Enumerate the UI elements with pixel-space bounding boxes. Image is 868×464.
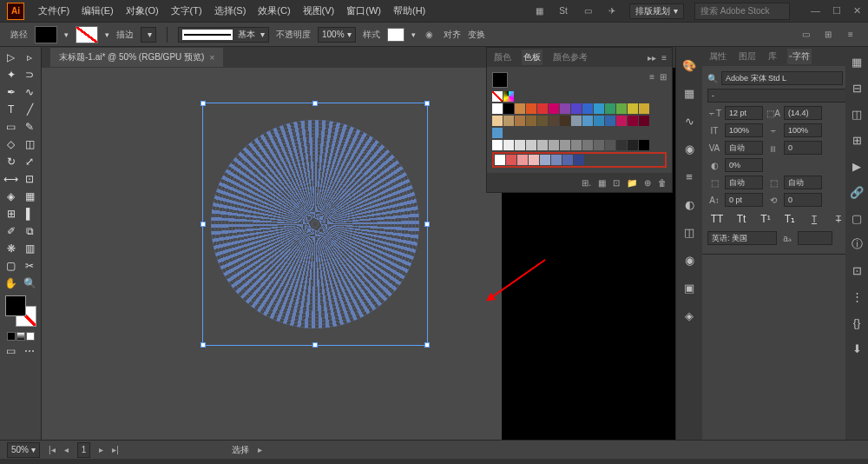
swatch[interactable]	[551, 155, 562, 165]
allcaps-button[interactable]: TT	[707, 210, 727, 228]
menu-edit[interactable]: 编辑(E)	[76, 3, 119, 19]
tab-layers[interactable]: 图层	[737, 49, 758, 64]
rotate-tool[interactable]: ↻	[2, 153, 21, 170]
menu-select[interactable]: 选择(S)	[209, 3, 252, 19]
perspective-tool[interactable]: ▦	[21, 188, 40, 205]
selection-tool[interactable]: ▷	[2, 49, 21, 66]
swatch[interactable]	[529, 155, 539, 165]
shaper-tool[interactable]: ◇	[2, 136, 21, 153]
tab-character[interactable]: ◦字符	[787, 49, 812, 64]
swatch[interactable]	[515, 116, 525, 126]
brushes-panel-icon[interactable]: ∿	[681, 113, 697, 129]
leading-input[interactable]	[784, 106, 822, 120]
transform-label[interactable]: 变换	[468, 29, 485, 41]
current-swatch[interactable]	[492, 72, 508, 88]
layers-panel-icon[interactable]: ◈	[681, 308, 697, 323]
swatch[interactable]	[537, 116, 548, 126]
status-menu-icon[interactable]: ▸	[258, 445, 262, 454]
swatch[interactable]	[571, 140, 582, 150]
swatch[interactable]	[540, 155, 550, 165]
spiral-artwork[interactable]	[211, 120, 419, 328]
fill-stroke-control[interactable]	[5, 295, 36, 327]
opacity-dropdown[interactable]: 100%▾	[318, 27, 356, 43]
hscale-input[interactable]	[784, 123, 822, 137]
navigator-icon[interactable]: ⊡	[849, 262, 865, 278]
swatch[interactable]	[594, 103, 604, 114]
auto-input2[interactable]	[784, 176, 822, 189]
menu-window[interactable]: 窗口(W)	[341, 3, 386, 19]
swatch[interactable]	[582, 140, 593, 150]
info-icon[interactable]: ⓘ	[849, 236, 865, 252]
artboards-icon[interactable]: ▢	[849, 210, 865, 226]
selection-bounds[interactable]	[202, 103, 428, 346]
smallcaps-button[interactable]: Tt	[732, 210, 751, 228]
prev-artboard-icon[interactable]: |◂	[49, 445, 56, 454]
delete-swatch-icon[interactable]: 🗑	[658, 178, 667, 188]
superscript-button[interactable]: T¹	[756, 210, 775, 228]
transparency-panel-icon[interactable]: ◫	[681, 224, 697, 240]
vscale-input[interactable]	[725, 123, 763, 137]
minimize-button[interactable]: —	[811, 5, 820, 17]
handle-bm[interactable]	[312, 342, 318, 348]
collapse-icon[interactable]: ▸▸	[648, 53, 656, 63]
tab-swatches[interactable]: 色板	[522, 50, 542, 65]
menu-effect[interactable]: 效果(C)	[253, 3, 295, 19]
layout-dropdown[interactable]: 排版规划▾	[629, 3, 684, 19]
menu-help[interactable]: 帮助(H)	[388, 3, 431, 19]
symbols-panel-icon[interactable]: ◉	[681, 141, 697, 156]
artboard-tool[interactable]: ▢	[2, 257, 21, 275]
gradient-panel-icon[interactable]: ◐	[681, 196, 697, 212]
font-family-input[interactable]	[721, 71, 843, 85]
swatch[interactable]	[628, 140, 638, 150]
graph-tool[interactable]: ▥	[21, 240, 40, 257]
width-tool[interactable]: ⟷	[2, 170, 21, 188]
edit-toolbar[interactable]: ⋯	[21, 342, 40, 360]
zoom-tool[interactable]: 🔍	[21, 275, 40, 292]
scale-tool[interactable]: ⤢	[21, 153, 40, 170]
rotation-input[interactable]	[784, 193, 822, 207]
swatch[interactable]	[560, 140, 570, 150]
close-button[interactable]: ✕	[853, 5, 861, 17]
tracking-input[interactable]	[784, 141, 822, 155]
screen-mode-tool[interactable]: ▭	[2, 342, 21, 360]
swatch[interactable]	[605, 116, 615, 126]
handle-ml[interactable]	[201, 222, 206, 227]
underline-button[interactable]: T	[805, 210, 824, 228]
mesh-tool[interactable]: ⊞	[2, 205, 21, 222]
swatch[interactable]	[492, 103, 503, 114]
next-artboard-icon[interactable]: ▸|	[112, 445, 119, 454]
handle-mr[interactable]	[424, 222, 430, 227]
char-opacity-input[interactable]	[725, 158, 763, 172]
menu-object[interactable]: 对象(O)	[121, 3, 164, 19]
swatch[interactable]	[605, 103, 615, 114]
asset-export-icon[interactable]: ⬇	[849, 341, 865, 356]
hand-tool[interactable]: ✋	[2, 275, 21, 292]
handle-tr[interactable]	[424, 101, 430, 106]
prev-icon[interactable]: ◂	[64, 445, 69, 454]
swatch[interactable]	[503, 116, 514, 126]
maximize-button[interactable]: ☐	[832, 5, 841, 17]
new-swatch-icon[interactable]: ⊕	[644, 178, 651, 188]
list-view-icon[interactable]: ≡	[649, 72, 654, 88]
opt-icon1[interactable]: ▭	[799, 28, 812, 42]
artboard-nav-input[interactable]: 1	[77, 442, 91, 458]
swatch[interactable]	[571, 103, 582, 114]
panel-menu-icon[interactable]: ≡	[661, 53, 667, 63]
curvature-tool[interactable]: ∿	[21, 83, 40, 101]
swatch[interactable]	[526, 116, 536, 126]
eyedropper-tool[interactable]: ✐	[2, 222, 21, 240]
language-dropdown[interactable]	[707, 231, 777, 245]
send-icon[interactable]: ✈	[605, 4, 619, 18]
recolor-icon[interactable]: ◉	[423, 28, 437, 42]
swatch-registration[interactable]	[503, 91, 514, 102]
symbol-sprayer-tool[interactable]: ❋	[2, 240, 21, 257]
bridge-icon[interactable]: ▦	[532, 4, 546, 18]
swatch[interactable]	[537, 140, 548, 150]
swatches-panel-icon[interactable]: ▦	[681, 85, 697, 101]
swatch[interactable]	[526, 103, 536, 114]
next-icon[interactable]: ▸	[99, 445, 103, 454]
swatch[interactable]	[526, 140, 536, 150]
font-size-input[interactable]	[725, 106, 763, 120]
swatch[interactable]	[639, 116, 649, 126]
handle-tl[interactable]	[201, 101, 206, 106]
